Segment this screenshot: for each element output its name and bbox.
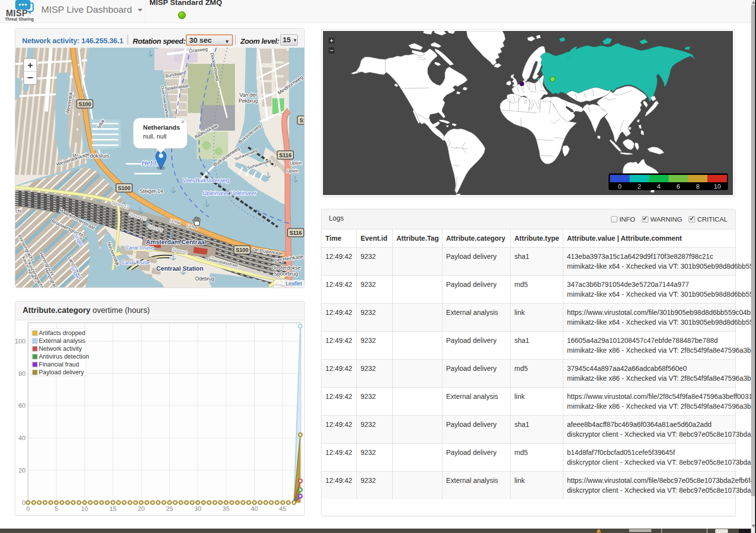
svg-text:S100: S100 — [236, 247, 249, 253]
svg-text:20: 20 — [138, 505, 145, 512]
svg-text:⚓: ⚓ — [137, 207, 144, 214]
svg-text:25: 25 — [166, 505, 173, 512]
svg-text:cht: cht — [16, 209, 22, 214]
svg-text:45: 45 — [279, 505, 286, 512]
svg-text:Leaflet: Leaflet — [286, 281, 302, 286]
svg-text:40: 40 — [19, 434, 26, 442]
svg-text:+: + — [28, 60, 33, 70]
svg-text:20: 20 — [19, 467, 26, 474]
svg-text:5: 5 — [55, 505, 58, 512]
svg-text:Canal Cruise: Canal Cruise — [125, 245, 154, 251]
svg-text:35: 35 — [223, 505, 230, 512]
svg-text:⚓: ⚓ — [170, 253, 176, 260]
svg-text:S11: S11 — [300, 117, 304, 123]
svg-text:Centraal Station: Centraal Station — [156, 265, 204, 272]
svg-text:External analysis: External analysis — [39, 337, 86, 344]
svg-text:Amsterdam Centraal: Amsterdam Centraal — [146, 239, 206, 246]
svg-text:S100: S100 — [79, 101, 91, 107]
svg-text:Odebrug: Odebrug — [195, 276, 214, 281]
svg-text:15: 15 — [109, 505, 116, 512]
svg-text:×: × — [181, 118, 185, 126]
svg-text:Netherlands: Netherlands — [143, 124, 180, 131]
svg-text:100: 100 — [15, 337, 26, 345]
svg-text:null, null: null, null — [143, 133, 167, 140]
svg-text:30: 30 — [194, 505, 201, 512]
svg-text:⚓: ⚓ — [146, 50, 153, 56]
svg-text:Network activity: Network activity — [39, 345, 82, 352]
svg-text:80: 80 — [19, 370, 26, 377]
svg-text:IJpleinveer IJpleinveer: IJpleinveer IJpleinveer — [203, 190, 257, 196]
svg-text:IJplein: IJplein — [287, 168, 299, 173]
svg-text:Canal Cruise: Canal Cruise — [121, 260, 150, 265]
svg-text:Payload delivery: Payload delivery — [39, 369, 84, 376]
svg-text:Van der: Van der — [239, 92, 257, 98]
svg-text:S100: S100 — [118, 185, 131, 191]
svg-text:⚓: ⚓ — [168, 230, 174, 237]
svg-text:0: 0 — [26, 505, 29, 512]
svg-text:S116: S116 — [290, 230, 302, 236]
svg-text:Threat Sharing: Threat Sharing — [5, 17, 34, 22]
svg-text:10: 10 — [81, 505, 88, 512]
svg-text:−: − — [27, 72, 33, 83]
svg-text:60: 60 — [19, 402, 26, 409]
svg-text:S116: S116 — [279, 152, 291, 158]
svg-text:0: 0 — [22, 499, 26, 506]
svg-text:40: 40 — [251, 505, 258, 512]
svg-text:IJplein: IJplein — [290, 161, 302, 166]
svg-text:Artifacts dropped: Artifacts dropped — [39, 330, 86, 337]
svg-text:Financial fraud: Financial fraud — [39, 361, 79, 368]
svg-text:Antivirus detection: Antivirus detection — [39, 353, 89, 360]
svg-text:Steiger 14: Steiger 14 — [140, 188, 163, 194]
svg-text:Pekbrug: Pekbrug — [238, 98, 258, 104]
svg-text:Veer Buiksloterweg: Veer Buiksloterweg — [183, 177, 230, 183]
svg-text:⚓: ⚓ — [291, 175, 298, 182]
svg-text:⚓: ⚓ — [264, 171, 271, 178]
svg-text:⚓: ⚓ — [203, 200, 210, 207]
svg-text:Spoorbrug: Spoorbrug — [274, 271, 298, 277]
svg-text:⚓: ⚓ — [170, 186, 176, 193]
svg-text:Oosterdokse: Oosterdokse — [271, 265, 301, 271]
